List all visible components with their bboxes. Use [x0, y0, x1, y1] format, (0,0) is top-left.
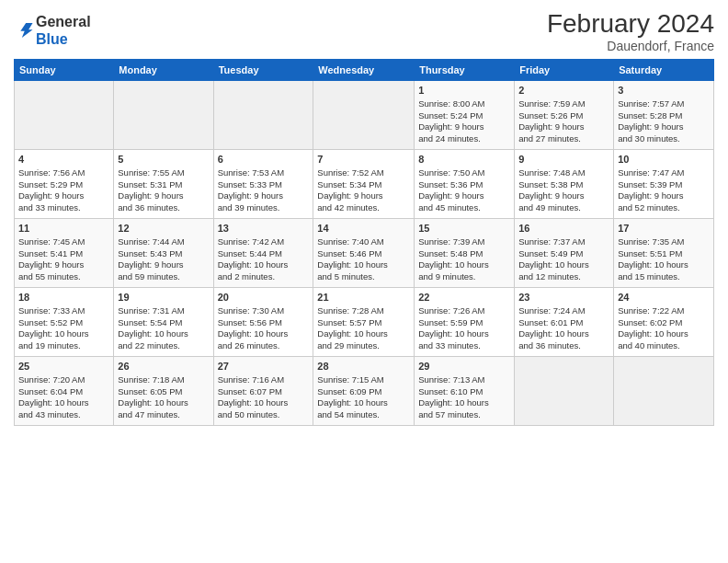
header-tuesday: Tuesday	[213, 60, 313, 81]
day-info-line: Sunrise: 7:55 AM	[118, 167, 209, 179]
svg-marker-0	[20, 23, 32, 38]
location-title: Dauendorf, France	[547, 39, 714, 53]
day-info-line: and 22 minutes.	[118, 340, 209, 352]
day-info-line: Sunset: 6:10 PM	[418, 386, 510, 398]
day-info-line: Daylight: 9 hours	[618, 121, 710, 133]
day-info-line: Sunrise: 7:57 AM	[618, 98, 710, 110]
calendar-cell: 22Sunrise: 7:26 AMSunset: 5:59 PMDayligh…	[415, 288, 515, 357]
day-number: 15	[418, 222, 510, 236]
calendar-cell: 3Sunrise: 7:57 AMSunset: 5:28 PMDaylight…	[614, 81, 714, 150]
day-info-line: Sunrise: 7:31 AM	[118, 305, 209, 317]
day-info-line: Sunrise: 7:15 AM	[317, 374, 410, 386]
day-info-line: and 12 minutes.	[518, 271, 609, 283]
day-info-line: Daylight: 10 hours	[118, 397, 209, 409]
day-number: 3	[618, 84, 710, 98]
day-info-line: Sunset: 5:31 PM	[118, 179, 209, 191]
day-info-line: and 54 minutes.	[317, 409, 410, 421]
day-info-line: and 36 minutes.	[118, 202, 209, 214]
day-info-line: Sunset: 5:24 PM	[418, 110, 510, 122]
calendar-cell: 27Sunrise: 7:16 AMSunset: 6:07 PMDayligh…	[213, 357, 313, 426]
day-info-line: Daylight: 9 hours	[18, 190, 109, 202]
day-number: 25	[18, 360, 109, 373]
day-info-line: Sunrise: 7:22 AM	[618, 305, 710, 317]
day-info-line: Daylight: 9 hours	[18, 259, 109, 271]
day-info-line: Daylight: 10 hours	[518, 259, 609, 271]
day-info-line: and 2 minutes.	[218, 271, 310, 283]
calendar-cell: 12Sunrise: 7:44 AMSunset: 5:43 PMDayligh…	[114, 219, 213, 288]
calendar-cell: 6Sunrise: 7:53 AMSunset: 5:33 PMDaylight…	[213, 150, 313, 219]
day-info-line: Sunrise: 7:28 AM	[317, 305, 410, 317]
day-info-line: and 29 minutes.	[317, 340, 410, 352]
calendar-cell: 7Sunrise: 7:52 AMSunset: 5:34 PMDaylight…	[313, 150, 415, 219]
day-info-line: Daylight: 9 hours	[518, 121, 609, 133]
day-info-line: and 33 minutes.	[418, 340, 510, 352]
day-info-line: Sunrise: 7:52 AM	[317, 167, 410, 179]
logo: General Blue	[14, 13, 91, 48]
day-info-line: Sunrise: 7:44 AM	[118, 236, 209, 248]
day-info-line: and 47 minutes.	[118, 409, 209, 421]
day-info-line: Daylight: 10 hours	[317, 259, 410, 271]
day-info-line: Sunrise: 7:30 AM	[218, 305, 310, 317]
day-info-line: Sunrise: 7:16 AM	[218, 374, 310, 386]
day-info-line: Sunset: 5:38 PM	[518, 179, 609, 191]
day-info-line: and 57 minutes.	[418, 409, 510, 421]
logo-text-line2: Blue	[36, 30, 91, 48]
day-info-line: Sunrise: 7:18 AM	[118, 374, 209, 386]
day-info-line: Sunrise: 7:42 AM	[218, 236, 310, 248]
day-info-line: Sunrise: 7:20 AM	[18, 374, 109, 386]
day-info-line: Sunset: 5:36 PM	[418, 179, 510, 191]
day-info-line: Sunrise: 7:53 AM	[218, 167, 310, 179]
day-info-line: Sunrise: 7:56 AM	[18, 167, 109, 179]
calendar-cell: 5Sunrise: 7:55 AMSunset: 5:31 PMDaylight…	[114, 150, 213, 219]
day-number: 20	[218, 291, 310, 304]
day-info-line: Sunset: 5:33 PM	[218, 179, 310, 191]
day-info-line: Sunset: 6:05 PM	[118, 386, 209, 398]
day-info-line: Sunset: 5:54 PM	[118, 317, 209, 329]
calendar-week-4: 25Sunrise: 7:20 AMSunset: 6:04 PMDayligh…	[15, 357, 714, 426]
day-info-line: Sunrise: 8:00 AM	[418, 98, 510, 110]
day-info-line: Sunrise: 7:40 AM	[317, 236, 410, 248]
day-info-line: and 49 minutes.	[518, 202, 609, 214]
day-number: 14	[317, 222, 410, 236]
header: General Blue February 2024 Dauendorf, Fr…	[14, 9, 714, 53]
calendar-cell	[515, 357, 614, 426]
day-info-line: and 39 minutes.	[218, 202, 310, 214]
day-info-line: Sunset: 5:44 PM	[218, 248, 310, 260]
calendar-cell: 18Sunrise: 7:33 AMSunset: 5:52 PMDayligh…	[15, 288, 114, 357]
day-info-line: Sunrise: 7:59 AM	[518, 98, 609, 110]
header-wednesday: Wednesday	[313, 60, 415, 81]
calendar-cell: 16Sunrise: 7:37 AMSunset: 5:49 PMDayligh…	[515, 219, 614, 288]
day-info-line: Daylight: 10 hours	[317, 397, 410, 409]
day-info-line: Daylight: 9 hours	[418, 190, 510, 202]
day-number: 5	[118, 153, 209, 167]
logo-icon	[14, 20, 34, 40]
calendar-header-row: Sunday Monday Tuesday Wednesday Thursday…	[15, 60, 714, 81]
day-info-line: Daylight: 10 hours	[18, 328, 109, 340]
day-number: 13	[218, 222, 310, 236]
day-info-line: and 9 minutes.	[418, 271, 510, 283]
calendar-cell: 19Sunrise: 7:31 AMSunset: 5:54 PMDayligh…	[114, 288, 213, 357]
day-info-line: Sunrise: 7:37 AM	[518, 236, 609, 248]
day-info-line: Daylight: 9 hours	[418, 121, 510, 133]
day-info-line: Sunset: 6:09 PM	[317, 386, 410, 398]
day-info-line: Daylight: 10 hours	[618, 259, 710, 271]
calendar-cell: 28Sunrise: 7:15 AMSunset: 6:09 PMDayligh…	[313, 357, 415, 426]
day-info-line: Sunset: 5:52 PM	[18, 317, 109, 329]
day-info-line: and 19 minutes.	[18, 340, 109, 352]
day-info-line: Sunset: 6:07 PM	[218, 386, 310, 398]
day-info-line: Sunset: 5:29 PM	[18, 179, 109, 191]
day-info-line: and 30 minutes.	[618, 133, 710, 145]
header-thursday: Thursday	[415, 60, 515, 81]
day-info-line: Sunset: 5:51 PM	[618, 248, 710, 260]
day-info-line: Sunset: 5:57 PM	[317, 317, 410, 329]
day-number: 19	[118, 291, 209, 304]
day-number: 26	[118, 360, 209, 373]
calendar-cell: 13Sunrise: 7:42 AMSunset: 5:44 PMDayligh…	[213, 219, 313, 288]
calendar-table: Sunday Monday Tuesday Wednesday Thursday…	[14, 59, 714, 426]
day-info-line: Sunset: 5:48 PM	[418, 248, 510, 260]
day-info-line: Daylight: 10 hours	[618, 328, 710, 340]
day-number: 18	[18, 291, 109, 304]
day-info-line: Daylight: 10 hours	[418, 397, 510, 409]
day-info-line: Sunrise: 7:39 AM	[418, 236, 510, 248]
calendar-cell: 15Sunrise: 7:39 AMSunset: 5:48 PMDayligh…	[415, 219, 515, 288]
